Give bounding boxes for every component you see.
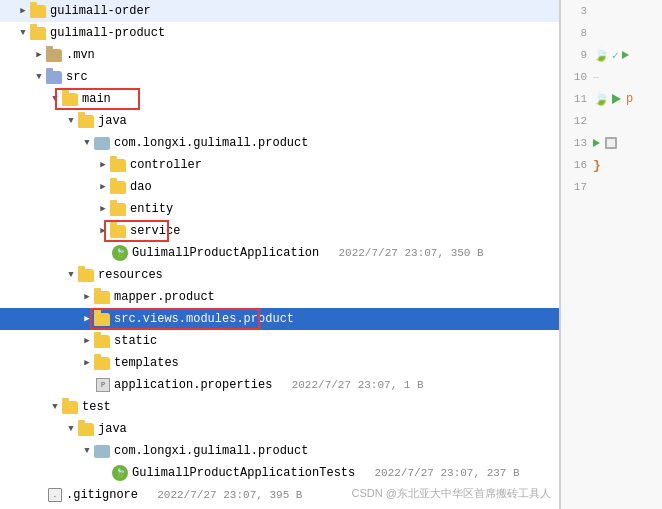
tree-item-resources[interactable]: ▼resources — [0, 264, 559, 286]
expand-arrow[interactable]: ▶ — [96, 224, 110, 238]
item-label: com.longxi.gulimall.product — [114, 444, 308, 458]
properties-icon: P — [96, 378, 110, 392]
code-line-16: 16} — [561, 154, 662, 176]
folder-icon — [94, 335, 110, 348]
tree-item-templates[interactable]: ▶templates — [0, 352, 559, 374]
tree-item-GulimallProductTests[interactable]: 🍃GulimallProductApplicationTests 2022/7/… — [0, 462, 559, 484]
tree-item-main[interactable]: ▼main — [0, 88, 559, 110]
folder-icon — [94, 291, 110, 304]
check-mark: ✓ — [612, 49, 619, 62]
folder-icon — [62, 93, 78, 106]
folder-icon — [62, 401, 78, 414]
expand-arrow[interactable]: ▶ — [80, 312, 94, 326]
p-char: p — [626, 92, 633, 106]
line-number: 11 — [565, 93, 587, 105]
code-line-8: 8 — [561, 22, 662, 44]
tree-item-application-props[interactable]: Papplication.properties 2022/7/27 23:07,… — [0, 374, 559, 396]
item-label: .gitignore — [66, 488, 138, 502]
expand-arrow[interactable]: ▼ — [64, 268, 78, 282]
expand-arrow[interactable]: ▼ — [80, 136, 94, 150]
expand-arrow[interactable]: ▼ — [48, 400, 62, 414]
line-number: 17 — [565, 181, 587, 193]
item-label: GulimallProductApplication — [132, 246, 319, 260]
item-label: dao — [130, 180, 152, 194]
tree-item-service[interactable]: ▶service — [0, 220, 559, 242]
expand-arrow[interactable]: ▼ — [32, 70, 46, 84]
tree-item-entity[interactable]: ▶entity — [0, 198, 559, 220]
item-meta: 2022/7/27 23:07, 395 B — [144, 489, 302, 501]
item-label: static — [114, 334, 157, 348]
item-label: application.properties — [114, 378, 272, 392]
expand-arrow[interactable]: ▶ — [80, 356, 94, 370]
item-label: src — [66, 70, 88, 84]
tree-item-src[interactable]: ▼src — [0, 66, 559, 88]
folder-icon — [30, 5, 46, 18]
line-number: 16 — [565, 159, 587, 171]
item-label: main — [82, 92, 111, 106]
run-triangle2 — [612, 94, 621, 104]
folder-icon — [78, 115, 94, 128]
item-meta: 2022/7/27 23:07, 237 B — [361, 467, 519, 479]
folder-icon — [46, 71, 62, 84]
tree-item-test-java[interactable]: ▼java — [0, 418, 559, 440]
item-label: gulimall-product — [50, 26, 165, 40]
expand-arrow[interactable]: ▼ — [64, 422, 78, 436]
file-tree-panel: ▶gulimall-order▼gulimall-product▶.mvn▼sr… — [0, 0, 560, 509]
item-label: mapper.product — [114, 290, 215, 304]
code-line-11: 11 🍃 p — [561, 88, 662, 110]
code-line-10: 10— — [561, 66, 662, 88]
code-line-12: 12 — [561, 110, 662, 132]
item-meta: 2022/7/27 23:07, 350 B — [325, 247, 483, 259]
code-line-13: 13 — [561, 132, 662, 154]
expand-arrow[interactable]: ▶ — [96, 180, 110, 194]
closing-brace: } — [593, 158, 601, 173]
tree-item-mapper-product[interactable]: ▶mapper.product — [0, 286, 559, 308]
line-number: 13 — [565, 137, 587, 149]
expand-arrow[interactable]: ▼ — [64, 114, 78, 128]
folder-icon — [78, 269, 94, 282]
folder-icon — [110, 203, 126, 216]
expand-arrow[interactable]: ▼ — [16, 26, 30, 40]
run-triangle3 — [593, 139, 600, 147]
folder-icon — [110, 181, 126, 194]
folder-icon — [30, 27, 46, 40]
tree-item-java[interactable]: ▼java — [0, 110, 559, 132]
tree-item-gulimall-order[interactable]: ▶gulimall-order — [0, 0, 559, 22]
item-label: controller — [130, 158, 202, 172]
tree-item-com-pkg[interactable]: ▼com.longxi.gulimall.product — [0, 132, 559, 154]
line-number: 3 — [565, 5, 587, 17]
item-label: service — [130, 224, 180, 238]
folder-icon — [110, 159, 126, 172]
tree-item-controller[interactable]: ▶controller — [0, 154, 559, 176]
expand-arrow[interactable]: ▶ — [32, 48, 46, 62]
tree-item-src-views[interactable]: ▶src.views.modules.product — [0, 308, 559, 330]
line-number: 10 — [565, 71, 587, 83]
green-leaf: 🍃 — [593, 47, 609, 63]
item-label: gulimall-order — [50, 4, 151, 18]
expand-arrow[interactable]: ▶ — [16, 4, 30, 18]
item-label: resources — [98, 268, 163, 282]
tree-item-test-folder[interactable]: ▼test — [0, 396, 559, 418]
tree-item-dao[interactable]: ▶dao — [0, 176, 559, 198]
expand-arrow[interactable]: ▼ — [48, 92, 62, 106]
tree-item-gitignore[interactable]: ..gitignore 2022/7/27 23:07, 395 B — [0, 484, 559, 506]
tree-item-gulimall-product[interactable]: ▼gulimall-product — [0, 22, 559, 44]
box-icon — [605, 137, 617, 149]
run-check-icon: 🍃 ✓ — [593, 47, 629, 63]
expand-arrow[interactable]: ▶ — [80, 334, 94, 348]
line-number: 9 — [565, 49, 587, 61]
item-label: src.views.modules.product — [114, 312, 294, 326]
tree-item-mvn[interactable]: ▶.mvn — [0, 44, 559, 66]
tree-item-GulimallProductApp[interactable]: 🍃GulimallProductApplication 2022/7/27 23… — [0, 242, 559, 264]
item-label: java — [98, 114, 127, 128]
expand-arrow[interactable]: ▶ — [96, 202, 110, 216]
folder-icon — [46, 49, 62, 62]
expand-arrow[interactable]: ▶ — [80, 290, 94, 304]
tree-item-test-com-pkg[interactable]: ▼com.longxi.gulimall.product — [0, 440, 559, 462]
line-number: 12 — [565, 115, 587, 127]
expand-arrow[interactable]: ▶ — [96, 158, 110, 172]
item-label: templates — [114, 356, 179, 370]
tree-item-static[interactable]: ▶static — [0, 330, 559, 352]
spring-icon: 🍃 — [112, 245, 128, 261]
expand-arrow[interactable]: ▼ — [80, 444, 94, 458]
